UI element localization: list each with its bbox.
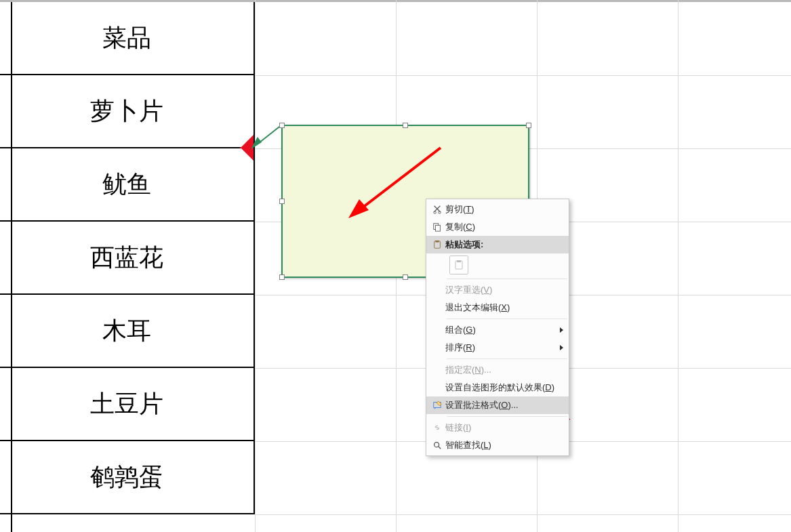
menu-label: 剪切(T): [445, 203, 563, 216]
food-cell[interactable]: 西蓝花: [0, 222, 255, 295]
resize-handle-icon[interactable]: [526, 123, 531, 128]
menu-copy[interactable]: 复制(C): [426, 218, 569, 236]
resize-handle-icon[interactable]: [403, 274, 408, 280]
menu-label: 汉字重选(V): [445, 284, 563, 296]
menu-assign-macro: 指定宏(N)...: [426, 361, 569, 379]
food-header-text: 菜品: [102, 22, 151, 55]
menu-label: 退出文本编辑(X): [445, 302, 563, 314]
svg-rect-9: [435, 225, 440, 231]
food-column: 菜品 萝卜片 鱿鱼 西蓝花 木耳 土豆片 鹌鹑蛋: [0, 2, 255, 514]
food-cell[interactable]: 萝卜片: [0, 75, 255, 148]
copy-icon: [429, 222, 445, 232]
menu-label: 粘贴选项:: [445, 239, 563, 251]
menu-ime-reconvert: 汉字重选(V): [426, 281, 569, 299]
menu-label: 设置自选图形的默认效果(D): [445, 382, 563, 394]
food-cell[interactable]: 土豆片: [0, 368, 255, 441]
menu-format-comment[interactable]: 设置批注格式(O)...: [426, 396, 569, 414]
svg-line-16: [439, 447, 441, 449]
resize-handle-icon[interactable]: [279, 123, 285, 128]
menu-separator: [447, 279, 567, 279]
food-value: 西蓝花: [90, 241, 163, 274]
menu-order[interactable]: 排序(R): [426, 339, 569, 356]
menu-link: 链接(I): [426, 419, 569, 436]
food-cell[interactable]: 木耳: [0, 295, 255, 368]
menu-group[interactable]: 组合(G): [426, 321, 569, 339]
resize-handle-icon[interactable]: [403, 123, 408, 128]
food-value: 木耳: [102, 314, 151, 348]
menu-label: 排序(R): [445, 342, 556, 354]
food-cell[interactable]: 鹌鹑蛋: [0, 441, 255, 514]
search-icon: [429, 441, 445, 450]
context-menu: 剪切(T) 复制(C) 粘贴选项: 汉字重选(V) 退出文本编辑(X): [426, 199, 569, 456]
menu-separator: [447, 359, 567, 359]
svg-rect-11: [435, 241, 439, 243]
food-value: 萝卜片: [90, 95, 163, 128]
menu-label: 指定宏(N)...: [445, 364, 563, 376]
paste-icon: [429, 240, 445, 249]
food-header-cell[interactable]: 菜品: [0, 2, 255, 75]
grid-hline: [255, 514, 791, 515]
menu-label: 链接(I): [445, 422, 563, 434]
resize-handle-icon[interactable]: [279, 199, 285, 204]
format-comment-icon: [429, 401, 445, 410]
menu-label: 组合(G): [445, 324, 556, 336]
submenu-arrow-icon: [560, 327, 563, 333]
clipboard-icon: [453, 260, 464, 270]
menu-label: 智能查找(L): [445, 439, 563, 451]
menu-set-shape-defaults[interactable]: 设置自选图形的默认效果(D): [426, 379, 569, 396]
food-value: 鹌鹑蛋: [90, 461, 163, 494]
svg-point-15: [434, 443, 439, 447]
resize-handle-icon[interactable]: [279, 274, 285, 280]
menu-smart-lookup[interactable]: 智能查找(L): [426, 436, 569, 454]
menu-paste-options[interactable]: 粘贴选项:: [426, 236, 569, 253]
spreadsheet-area[interactable]: 菜品 萝卜片 鱿鱼 西蓝花 木耳 土豆片 鹌鹑蛋: [0, 0, 791, 532]
grid-vline: [255, 0, 256, 532]
menu-separator: [447, 319, 567, 319]
menu-exit-text-edit[interactable]: 退出文本编辑(X): [426, 299, 569, 316]
paste-option-button: [449, 255, 468, 274]
grid-hline: [255, 75, 791, 76]
link-icon: [429, 423, 445, 432]
paste-options-row: [426, 253, 569, 277]
svg-rect-13: [457, 260, 461, 262]
menu-separator: [447, 416, 567, 417]
food-value: 土豆片: [90, 388, 163, 421]
svg-line-0: [256, 125, 282, 145]
submenu-arrow-icon: [560, 345, 563, 350]
menu-label: 设置批注格式(O)...: [445, 399, 563, 411]
food-cell[interactable]: 鱿鱼: [0, 148, 255, 222]
menu-cut[interactable]: 剪切(T): [426, 201, 569, 218]
food-value: 鱿鱼: [102, 168, 151, 201]
menu-label: 复制(C): [445, 221, 563, 233]
cut-icon: [429, 205, 445, 214]
comment-indicator-icon[interactable]: [240, 135, 253, 148]
grid-vline: [678, 0, 678, 532]
comment-indicator-icon[interactable]: [240, 147, 253, 161]
